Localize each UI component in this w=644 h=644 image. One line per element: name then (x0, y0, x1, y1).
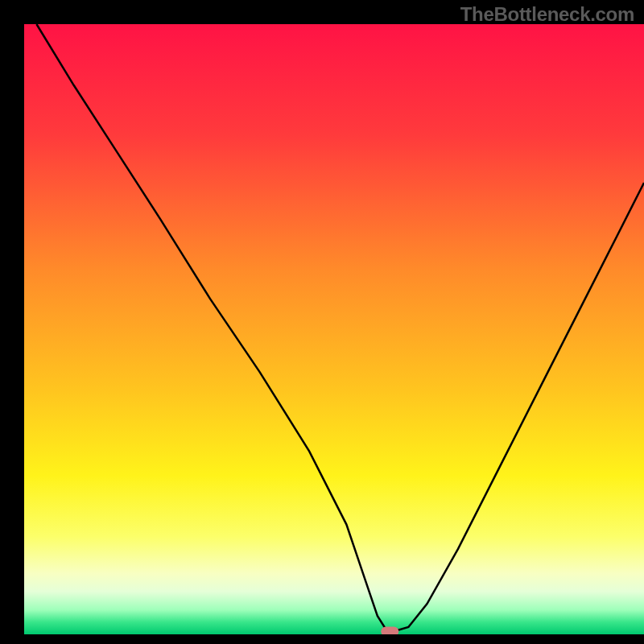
gradient-background (24, 24, 644, 634)
bottleneck-chart: TheBottleneck.com (0, 0, 644, 644)
watermark-label: TheBottleneck.com (460, 3, 634, 26)
frame-left (0, 0, 24, 644)
chart-svg (0, 0, 644, 644)
frame-bottom (0, 634, 644, 644)
